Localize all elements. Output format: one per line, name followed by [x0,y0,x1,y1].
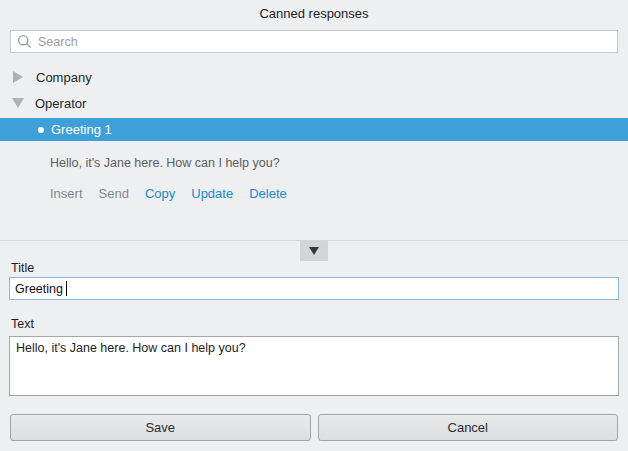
text-input[interactable]: Hello, it's Jane here. How can I help yo… [9,336,619,396]
page-title: Canned responses [0,6,628,21]
response-actions: Insert Send Copy Update Delete [50,186,628,201]
save-button[interactable]: Save [10,414,311,441]
tree-group-company[interactable]: Company [0,64,628,90]
response-preview-text: Hello, it's Jane here. How can I help yo… [50,156,628,170]
search-box [10,30,618,53]
footer-buttons: Save Cancel [10,414,618,441]
canned-responses-panel: Canned responses Company Operator Greeti… [0,0,628,451]
cancel-button[interactable]: Cancel [318,414,619,441]
title-label: Title [11,261,34,275]
bullet-icon [38,127,44,133]
tree-group-operator[interactable]: Operator [0,90,628,116]
tree-item-label: Greeting 1 [51,122,112,137]
collapse-editor-button[interactable] [300,241,328,261]
collapsed-arrow-icon [13,71,23,83]
title-input[interactable] [9,277,619,300]
expanded-arrow-icon [12,98,24,108]
tree-item-greeting-1[interactable]: Greeting 1 [0,118,628,141]
delete-link[interactable]: Delete [249,186,287,201]
chevron-down-icon [309,247,319,255]
text-label: Text [11,317,34,331]
search-input[interactable] [10,30,618,53]
update-link[interactable]: Update [191,186,233,201]
copy-link[interactable]: Copy [145,186,175,201]
insert-link[interactable]: Insert [50,186,83,201]
send-link[interactable]: Send [99,186,129,201]
tree-group-label: Operator [35,96,86,111]
search-icon [17,34,32,49]
response-tree: Company Operator Greeting 1 Hello, it's … [0,64,628,201]
text-caret [66,281,67,296]
tree-group-label: Company [36,70,92,85]
